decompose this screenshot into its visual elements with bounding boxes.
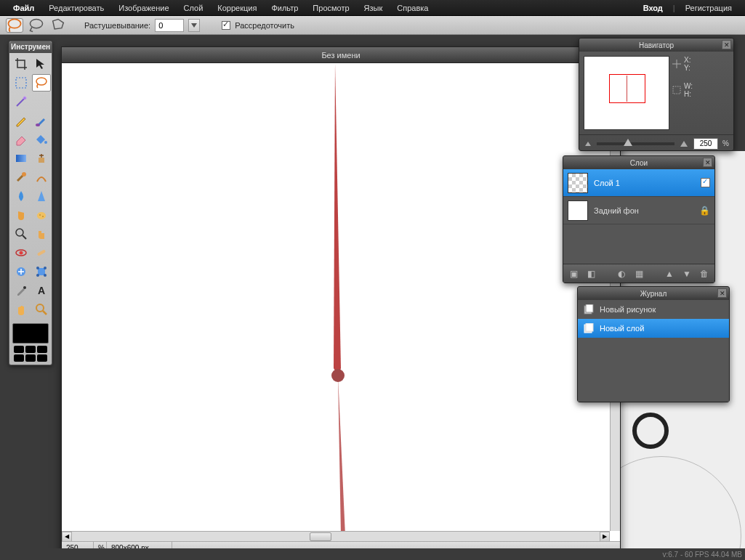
svg-point-20: [36, 267, 39, 269]
scroll-left-arrow[interactable]: ◀: [62, 532, 72, 542]
layer-row[interactable]: Задний фон 🔒: [563, 197, 714, 224]
canvas-titlebar[interactable]: Без имени: [62, 47, 620, 63]
menu-layer[interactable]: Слой: [177, 4, 211, 12]
swatch-4[interactable]: [14, 354, 24, 362]
svg-point-10: [22, 172, 26, 176]
horizontal-scrollbar[interactable]: ◀ ▶: [62, 531, 610, 541]
move-tool[interactable]: [32, 55, 51, 73]
svg-point-1: [30, 19, 42, 28]
spot-heal-tool[interactable]: [32, 244, 51, 261]
login-link[interactable]: Вход: [636, 4, 670, 12]
history-item[interactable]: Новый слой: [578, 319, 729, 338]
pencil-tool[interactable]: [12, 112, 31, 129]
layer-visibility-checkbox[interactable]: [701, 178, 710, 187]
crosshair-icon: [672, 60, 681, 68]
menu-language[interactable]: Язык: [357, 4, 390, 12]
lasso-poly-icon[interactable]: [28, 18, 45, 33]
pinch-tool[interactable]: [32, 263, 51, 280]
colorpicker-tool[interactable]: [12, 282, 31, 299]
navigator-title[interactable]: Навигатор ✕: [579, 38, 733, 52]
type-tool[interactable]: A: [32, 282, 51, 299]
lasso-tool[interactable]: [32, 74, 51, 92]
swatch-3[interactable]: [37, 346, 47, 353]
svg-point-4: [36, 78, 47, 85]
swatch-1[interactable]: [14, 346, 24, 353]
layers-title[interactable]: Слои ✕: [563, 156, 714, 169]
menubar: Файл Редактировать Изображение Слой Корр…: [0, 0, 745, 16]
crop-tool[interactable]: [12, 55, 31, 73]
move-up-icon[interactable]: ▲: [664, 268, 675, 280]
swatch-2[interactable]: [25, 346, 36, 353]
register-link[interactable]: Регистрация: [678, 4, 739, 12]
draw-tool[interactable]: [32, 169, 51, 186]
menu-view[interactable]: Просмотр: [305, 4, 356, 12]
zoom-in-icon[interactable]: [679, 139, 689, 148]
layer-thumbnail[interactable]: [568, 200, 588, 221]
eraser-tool[interactable]: [12, 131, 31, 148]
menu-help[interactable]: Справка: [390, 4, 435, 12]
menu-filter[interactable]: Фильтр: [264, 4, 305, 12]
nav-w-label: W:: [684, 82, 693, 90]
lasso-magnetic-icon[interactable]: [49, 18, 67, 33]
wand-tool[interactable]: [12, 93, 31, 110]
red-eye-tool[interactable]: [12, 244, 31, 261]
empty-tool-1[interactable]: [32, 93, 51, 110]
burn-tool[interactable]: [32, 225, 51, 243]
feather-input[interactable]: [155, 19, 184, 32]
svg-text:A: A: [38, 285, 45, 296]
scroll-thumb[interactable]: [310, 532, 331, 541]
zoom-slider-thumb[interactable]: [624, 139, 632, 146]
navigator-viewport[interactable]: [609, 74, 645, 103]
history-close-icon[interactable]: ✕: [717, 288, 727, 298]
layer-lock-icon[interactable]: 🔒: [699, 206, 710, 216]
blur-tool[interactable]: [12, 187, 31, 205]
swatch-5[interactable]: [25, 354, 36, 362]
move-down-icon[interactable]: ▼: [681, 268, 693, 280]
menu-edit[interactable]: Редактировать: [41, 4, 111, 12]
foreground-color[interactable]: [12, 323, 49, 344]
bloat-tool[interactable]: [12, 263, 31, 280]
replace-color-tool[interactable]: [12, 169, 31, 186]
navigator-close-icon[interactable]: ✕: [722, 40, 731, 49]
app-status-footer: v:6.7 - 60 FPS 44.04 MB: [0, 548, 745, 560]
clone-stamp-tool[interactable]: [32, 150, 51, 167]
layer-thumbnail[interactable]: [568, 173, 588, 193]
canvas-body[interactable]: [62, 63, 610, 531]
zoom-input[interactable]: 250: [693, 138, 718, 150]
navigator-preview[interactable]: [584, 56, 669, 130]
sponge-tool[interactable]: [32, 206, 51, 224]
smudge-tool[interactable]: [12, 206, 31, 224]
paint-bucket-tool[interactable]: [32, 131, 51, 148]
menu-image[interactable]: Изображение: [111, 4, 176, 12]
layer-mask-icon[interactable]: ◐: [616, 268, 627, 280]
menu-adjustment[interactable]: Коррекция: [210, 4, 264, 12]
history-item[interactable]: Новый рисунок: [578, 300, 729, 319]
canvas-content: [309, 63, 367, 531]
hand-tool[interactable]: [12, 301, 31, 318]
feather-dropdown[interactable]: [188, 19, 200, 32]
marquee-tool[interactable]: [12, 74, 31, 92]
gradient-tool[interactable]: [12, 150, 31, 167]
zoom-out-icon[interactable]: [584, 140, 592, 147]
lasso-mode-icon[interactable]: [6, 18, 23, 33]
history-title[interactable]: Журнал ✕: [578, 287, 729, 300]
zoom-tool[interactable]: [32, 301, 51, 318]
spread-checkbox[interactable]: [222, 21, 230, 30]
brush-tool[interactable]: [32, 112, 51, 129]
sharpen-tool[interactable]: [32, 187, 51, 205]
scroll-track[interactable]: [72, 532, 600, 542]
new-layer-icon[interactable]: ▦: [633, 268, 645, 280]
delete-layer-icon[interactable]: 🗑: [698, 268, 710, 280]
layer-settings-icon[interactable]: ▣: [568, 268, 579, 280]
svg-point-24: [23, 286, 26, 289]
dodge-tool[interactable]: [12, 225, 31, 243]
layer-row[interactable]: Слой 1: [563, 169, 714, 197]
swatch-6[interactable]: [37, 354, 47, 362]
layers-panel: Слои ✕ Слой 1 Задний фон 🔒 ▣ ◧ ◐ ▦ ▲ ▼: [563, 155, 715, 283]
layer-style-icon[interactable]: ◧: [585, 268, 597, 280]
menu-file[interactable]: Файл: [6, 4, 41, 12]
zoom-slider-track[interactable]: [597, 142, 674, 145]
scroll-right-arrow[interactable]: ▶: [600, 532, 610, 542]
layers-close-icon[interactable]: ✕: [703, 158, 712, 167]
tools-panel: Инструмен A: [9, 41, 52, 365]
